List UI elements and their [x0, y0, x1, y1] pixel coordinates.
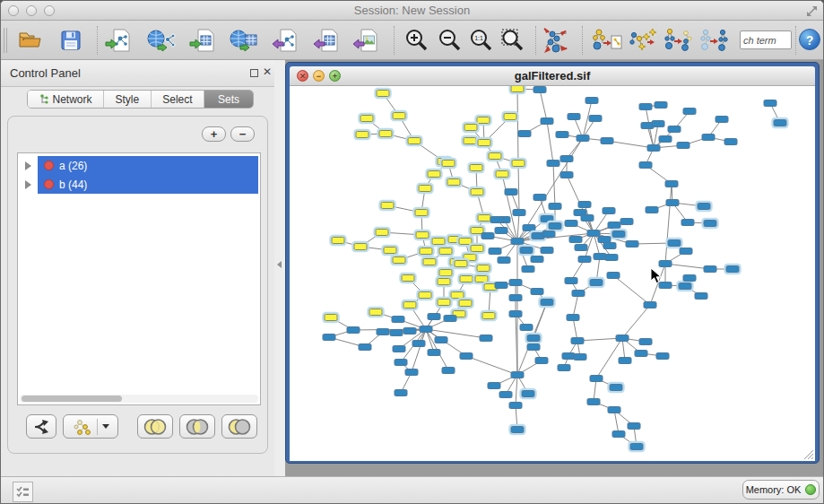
graph-node[interactable] — [428, 350, 440, 356]
graph-node[interactable] — [620, 219, 633, 225]
graph-node[interactable] — [635, 351, 647, 357]
graph-node[interactable] — [668, 240, 681, 247]
graph-node[interactable] — [608, 222, 620, 229]
graph-node[interactable] — [405, 369, 418, 376]
graph-node[interactable] — [598, 237, 611, 243]
graph-node[interactable] — [605, 255, 618, 261]
graph-node[interactable] — [489, 153, 501, 160]
import-table-file-button[interactable] — [186, 25, 219, 56]
graph-node[interactable] — [644, 302, 656, 308]
create-set-from-network-button[interactable] — [63, 414, 118, 439]
import-network-file-button[interactable] — [102, 25, 134, 56]
graph-node[interactable] — [419, 292, 431, 299]
graph-node[interactable] — [639, 104, 652, 110]
export-image-button[interactable] — [350, 25, 382, 56]
graph-node[interactable] — [533, 87, 546, 93]
graph-node[interactable] — [549, 204, 561, 210]
graph-node[interactable] — [646, 207, 658, 213]
graph-node[interactable] — [527, 344, 540, 351]
graph-node[interactable] — [460, 353, 473, 360]
memory-status-button[interactable]: Memory: OK — [742, 480, 820, 500]
split-set-button[interactable] — [26, 414, 56, 439]
graph-node[interactable] — [571, 338, 584, 344]
graph-node[interactable] — [325, 315, 337, 321]
graph-node[interactable] — [428, 314, 440, 320]
graph-node[interactable] — [665, 181, 678, 187]
graph-node[interactable] — [716, 117, 728, 123]
graph-node[interactable] — [619, 358, 631, 364]
list-item-set-b[interactable]: b (44) — [18, 175, 260, 194]
graph-node[interactable] — [578, 256, 591, 263]
graph-node[interactable] — [704, 221, 716, 227]
graph-node[interactable] — [565, 221, 577, 227]
graph-node[interactable] — [522, 391, 534, 397]
graph-node[interactable] — [439, 248, 452, 255]
network-graph[interactable] — [290, 86, 815, 461]
network-frame-titlebar[interactable]: ✕ − + galFiltered.sif — [290, 66, 815, 86]
graph-node[interactable] — [603, 208, 615, 214]
graph-node[interactable] — [535, 358, 548, 364]
zoom-selected-region-button[interactable] — [497, 25, 529, 56]
graph-node[interactable] — [489, 248, 501, 255]
graph-node[interactable] — [459, 300, 472, 307]
zoom-out-button[interactable] — [434, 25, 466, 56]
union-sets-button[interactable] — [137, 414, 173, 439]
graph-node[interactable] — [488, 383, 500, 389]
graph-node[interactable] — [630, 444, 643, 450]
graph-node[interactable] — [522, 266, 534, 273]
graph-node[interactable] — [542, 231, 555, 238]
graph-node[interactable] — [481, 233, 494, 239]
float-panel-icon[interactable] — [250, 69, 258, 77]
graph-node[interactable] — [511, 427, 524, 433]
graph-node[interactable] — [416, 232, 429, 239]
graph-node[interactable] — [475, 276, 488, 282]
graph-node[interactable] — [655, 102, 667, 109]
graph-node[interactable] — [359, 344, 371, 351]
graph-node[interactable] — [512, 161, 525, 167]
graph-node[interactable] — [435, 337, 447, 343]
graph-node[interactable] — [471, 189, 483, 196]
zoom-fit-button[interactable]: 1:1 — [465, 25, 498, 56]
graph-node[interactable] — [527, 335, 540, 342]
graph-node[interactable] — [455, 261, 467, 267]
graph-node[interactable] — [451, 292, 464, 299]
graph-node[interactable] — [520, 325, 533, 331]
graph-node[interactable] — [393, 113, 405, 119]
graph-node[interactable] — [459, 239, 472, 245]
graph-node[interactable] — [478, 215, 490, 222]
graph-node[interactable] — [547, 161, 559, 167]
new-network-from-selection-button[interactable] — [591, 25, 623, 56]
graph-node[interactable] — [393, 346, 405, 352]
graph-node[interactable] — [594, 254, 606, 260]
graph-node[interactable] — [395, 360, 407, 366]
graph-node[interactable] — [558, 365, 570, 371]
graph-node[interactable] — [447, 179, 460, 186]
graph-node[interactable] — [560, 172, 573, 178]
graph-node[interactable] — [332, 238, 344, 244]
graph-node[interactable] — [612, 231, 625, 238]
graph-node[interactable] — [726, 266, 739, 273]
graph-node[interactable] — [403, 302, 416, 308]
graph-node[interactable] — [639, 162, 652, 169]
graph-node[interactable] — [659, 261, 672, 267]
graph-node[interactable] — [442, 368, 455, 374]
graph-node[interactable] — [610, 385, 622, 391]
graph-node[interactable] — [616, 335, 629, 342]
graph-node[interactable] — [704, 266, 716, 273]
graph-node[interactable] — [572, 291, 585, 297]
graph-node[interactable] — [402, 275, 414, 282]
graph-node[interactable] — [774, 120, 786, 126]
network-frame[interactable]: ✕ − + galFiltered.sif — [285, 62, 820, 464]
graph-node[interactable] — [377, 329, 389, 335]
graph-node[interactable] — [395, 390, 407, 396]
graph-node[interactable] — [504, 114, 516, 120]
graph-node[interactable] — [724, 139, 737, 145]
resize-grip-icon[interactable] — [802, 448, 814, 460]
graph-node[interactable] — [513, 210, 525, 216]
network-canvas[interactable] — [290, 86, 815, 461]
graph-node[interactable] — [420, 326, 432, 333]
graph-node[interactable] — [509, 403, 522, 409]
graph-node[interactable] — [587, 230, 600, 237]
graph-node[interactable] — [482, 313, 495, 319]
graph-node[interactable] — [677, 143, 690, 149]
